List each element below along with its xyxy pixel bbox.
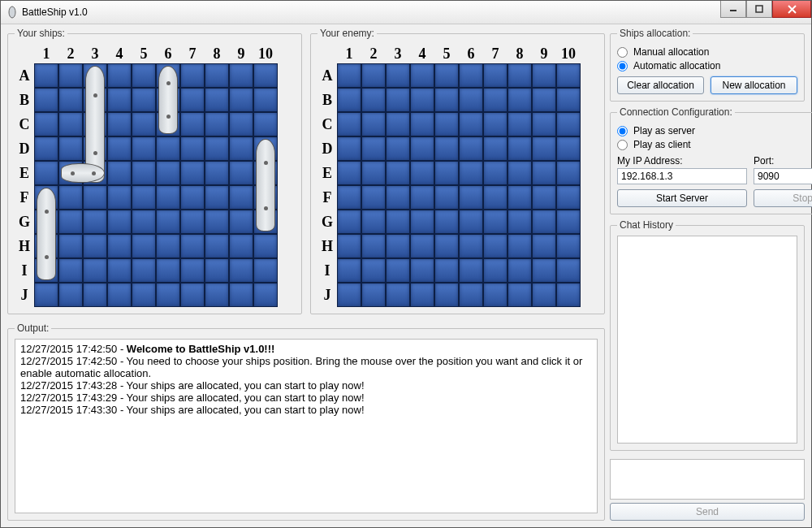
grid-cell[interactable] bbox=[205, 88, 229, 112]
grid-cell[interactable] bbox=[556, 161, 581, 185]
grid-cell[interactable] bbox=[337, 161, 361, 185]
grid-cell[interactable] bbox=[386, 136, 410, 161]
grid-cell[interactable] bbox=[532, 185, 556, 210]
grid-cell[interactable] bbox=[132, 210, 156, 234]
grid-cell[interactable] bbox=[508, 112, 532, 136]
grid-cell[interactable] bbox=[483, 63, 508, 88]
grid-cell[interactable] bbox=[532, 234, 556, 258]
grid-cell[interactable] bbox=[361, 63, 386, 88]
play-client-radio[interactable] bbox=[617, 140, 628, 150]
enemy-board[interactable]: 12345678910ABCDEFGHIJ bbox=[317, 44, 598, 307]
grid-cell[interactable] bbox=[556, 234, 581, 258]
grid-cell[interactable] bbox=[508, 283, 532, 307]
grid-cell[interactable] bbox=[556, 185, 581, 210]
grid-cell[interactable] bbox=[556, 258, 581, 283]
grid-cell[interactable] bbox=[532, 210, 556, 234]
grid-cell[interactable] bbox=[107, 258, 132, 283]
ship-icon[interactable] bbox=[37, 188, 56, 280]
ship-icon[interactable] bbox=[158, 66, 178, 134]
grid-cell[interactable] bbox=[253, 234, 278, 258]
grid-cell[interactable] bbox=[337, 210, 361, 234]
grid-cell[interactable] bbox=[556, 210, 581, 234]
grid-cell[interactable] bbox=[58, 234, 83, 258]
grid-cell[interactable] bbox=[556, 283, 581, 307]
play-client-option[interactable]: Play as client bbox=[617, 139, 812, 150]
grid-cell[interactable] bbox=[483, 185, 508, 210]
grid-cell[interactable] bbox=[205, 136, 229, 161]
grid-cell[interactable] bbox=[83, 258, 107, 283]
grid-cell[interactable] bbox=[132, 283, 156, 307]
grid-cell[interactable] bbox=[434, 161, 459, 185]
grid-cell[interactable] bbox=[107, 283, 132, 307]
grid-cell[interactable] bbox=[107, 185, 132, 210]
grid-cell[interactable] bbox=[132, 136, 156, 161]
grid-cell[interactable] bbox=[434, 136, 459, 161]
minimize-button[interactable] bbox=[720, 1, 746, 18]
grid-cell[interactable] bbox=[156, 161, 180, 185]
grid-cell[interactable] bbox=[180, 63, 205, 88]
grid-cell[interactable] bbox=[132, 185, 156, 210]
grid-cell[interactable] bbox=[58, 63, 83, 88]
grid-cell[interactable] bbox=[556, 112, 581, 136]
play-server-radio[interactable] bbox=[617, 126, 628, 136]
clear-allocation-button[interactable]: Clear allocation bbox=[617, 76, 704, 94]
grid-cell[interactable] bbox=[132, 112, 156, 136]
grid-cell[interactable] bbox=[386, 234, 410, 258]
grid-cell[interactable] bbox=[410, 258, 434, 283]
grid-cell[interactable] bbox=[107, 136, 132, 161]
grid-cell[interactable] bbox=[180, 112, 205, 136]
grid-cell[interactable] bbox=[532, 161, 556, 185]
grid-cell[interactable] bbox=[107, 88, 132, 112]
grid-cell[interactable] bbox=[508, 258, 532, 283]
grid-cell[interactable] bbox=[58, 112, 83, 136]
grid-cell[interactable] bbox=[337, 234, 361, 258]
grid-cell[interactable] bbox=[205, 258, 229, 283]
grid-cell[interactable] bbox=[532, 136, 556, 161]
grid-cell[interactable] bbox=[361, 136, 386, 161]
grid-cell[interactable] bbox=[459, 258, 483, 283]
grid-cell[interactable] bbox=[83, 210, 107, 234]
grid-cell[interactable] bbox=[410, 136, 434, 161]
grid-cell[interactable] bbox=[483, 112, 508, 136]
grid-cell[interactable] bbox=[434, 283, 459, 307]
grid-cell[interactable] bbox=[508, 210, 532, 234]
grid-cell[interactable] bbox=[337, 88, 361, 112]
grid-cell[interactable] bbox=[337, 283, 361, 307]
grid-cell[interactable] bbox=[508, 63, 532, 88]
grid-cell[interactable] bbox=[532, 258, 556, 283]
grid-cell[interactable] bbox=[386, 63, 410, 88]
grid-cell[interactable] bbox=[459, 234, 483, 258]
grid-cell[interactable] bbox=[483, 210, 508, 234]
grid-cell[interactable] bbox=[410, 185, 434, 210]
grid-cell[interactable] bbox=[229, 258, 253, 283]
grid-cell[interactable] bbox=[132, 63, 156, 88]
grid-cell[interactable] bbox=[205, 283, 229, 307]
grid-cell[interactable] bbox=[58, 210, 83, 234]
grid-cell[interactable] bbox=[386, 112, 410, 136]
grid-cell[interactable] bbox=[156, 234, 180, 258]
grid-cell[interactable] bbox=[434, 185, 459, 210]
grid-cell[interactable] bbox=[107, 210, 132, 234]
grid-cell[interactable] bbox=[361, 88, 386, 112]
grid-cell[interactable] bbox=[229, 185, 253, 210]
grid-cell[interactable] bbox=[205, 161, 229, 185]
chat-history[interactable] bbox=[617, 236, 797, 444]
ship-icon[interactable] bbox=[61, 163, 105, 183]
grid-cell[interactable] bbox=[180, 210, 205, 234]
grid-cell[interactable] bbox=[483, 161, 508, 185]
grid-cell[interactable] bbox=[361, 185, 386, 210]
grid-cell[interactable] bbox=[83, 234, 107, 258]
grid-cell[interactable] bbox=[205, 63, 229, 88]
grid-cell[interactable] bbox=[410, 210, 434, 234]
manual-allocation-radio[interactable] bbox=[617, 47, 628, 58]
grid-cell[interactable] bbox=[337, 258, 361, 283]
grid-cell[interactable] bbox=[253, 112, 278, 136]
grid-cell[interactable] bbox=[532, 88, 556, 112]
grid-cell[interactable] bbox=[253, 258, 278, 283]
grid-cell[interactable] bbox=[459, 136, 483, 161]
grid-cell[interactable] bbox=[156, 283, 180, 307]
grid-cell[interactable] bbox=[205, 234, 229, 258]
maximize-button[interactable] bbox=[746, 1, 772, 18]
manual-allocation-option[interactable]: Manual allocation bbox=[617, 46, 797, 58]
grid-cell[interactable] bbox=[361, 210, 386, 234]
